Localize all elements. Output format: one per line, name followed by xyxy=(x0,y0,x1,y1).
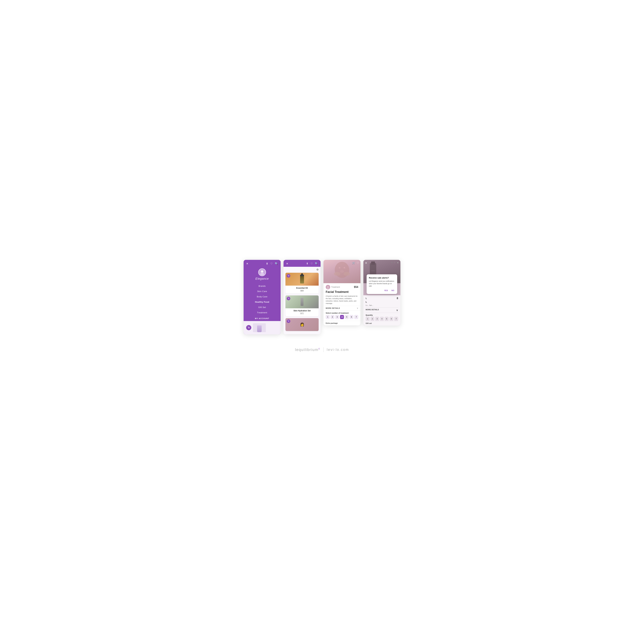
footer: lequilibrium© levi-lo.com xyxy=(295,347,349,352)
s4-qty-7[interactable]: 7 xyxy=(394,317,398,321)
category-badge: Treatment xyxy=(326,285,340,289)
product-list-body: ⚙ Essential Oil $68 xyxy=(284,267,321,334)
svg-rect-21 xyxy=(371,261,375,265)
qty-btn-1[interactable]: 1 xyxy=(326,315,330,319)
heart-icon[interactable]: ♡ xyxy=(270,262,273,265)
category-row: Treatment $54 xyxy=(323,283,360,290)
footer-url: levi-lo.com xyxy=(327,348,349,352)
product-image-face: 👩 xyxy=(285,318,319,331)
product-title: Facial Treatment xyxy=(323,290,360,295)
svg-point-18 xyxy=(327,286,329,287)
screen4-body: L 8 L Lo... han... MORE DETAILS ∨ Quanti… xyxy=(363,295,400,326)
product-image-hydration xyxy=(285,295,319,308)
extra-package-row[interactable]: Extra package xyxy=(323,321,360,325)
s4-qty-4[interactable]: 4 xyxy=(380,317,384,321)
product-name-oil: Essential Oil xyxy=(287,287,317,289)
nav-bodycare[interactable]: Body Care xyxy=(244,294,281,299)
screen3-product-detail: 🛒 ♡ Treatment $54 Facial Treatment A fac… xyxy=(323,260,360,325)
brand-logo: Elegance xyxy=(244,267,281,283)
heart-icon-s4[interactable]: ♡ xyxy=(394,261,396,264)
svg-point-4 xyxy=(249,328,249,328)
my-account-link[interactable]: MY ACCOUNT xyxy=(244,315,281,321)
screen4-more-label: MORE DETAILS xyxy=(366,309,379,312)
screen4-gift-row: Gift set xyxy=(366,321,398,326)
search-icon-s2[interactable]: 🔍 xyxy=(315,262,318,265)
svg-point-9 xyxy=(288,322,289,322)
close-icon[interactable]: ✕ xyxy=(246,262,248,265)
cart-badge-face[interactable] xyxy=(287,319,290,323)
s4-qty-3[interactable]: 3 xyxy=(375,317,379,321)
nav-treatment[interactable]: Treatment xyxy=(244,310,281,315)
qty-btn-6[interactable]: 6 xyxy=(350,315,354,319)
more-details-row[interactable]: MORE DETAILS ∨ xyxy=(323,306,360,310)
popup-no-button[interactable]: NO xyxy=(391,289,395,292)
screen4-price: 8 xyxy=(397,297,398,300)
avatar xyxy=(258,268,266,276)
nav-healthyfood[interactable]: Healthy Food xyxy=(244,299,281,305)
screen4-qty-selector: 1 2 3 4 5 6 7 xyxy=(366,317,398,321)
qty-btn-5[interactable]: 5 xyxy=(345,315,349,319)
svg-point-1 xyxy=(260,273,264,275)
screen4-more-details[interactable]: MORE DETAILS ∨ xyxy=(366,308,398,313)
chevron-s4: ∨ xyxy=(396,309,398,312)
screen1-header: ✕ ⬆ ♡ 🔍 xyxy=(244,260,281,267)
svg-point-5 xyxy=(288,276,289,277)
s4-qty-2[interactable]: 2 xyxy=(370,317,374,321)
product-hero-image: 🛒 ♡ xyxy=(323,260,360,283)
product-card-oil[interactable]: Essential Oil $68 xyxy=(285,273,319,294)
quantity-section-label: Select number of treatment xyxy=(323,310,360,315)
nav-giftset[interactable]: Gift Set xyxy=(244,305,281,310)
hero-icons: 🛒 ♡ xyxy=(352,261,359,265)
category-avatar xyxy=(326,285,330,289)
cart-icon-s3[interactable]: 🛒 xyxy=(352,261,355,265)
product-card-hydration[interactable]: Skin Hydration Set $72 xyxy=(285,295,319,316)
svg-point-14 xyxy=(340,270,344,273)
s4-qty-5[interactable]: 5 xyxy=(385,317,389,321)
screen4-notification: venice ■ ♡ ★ ✕ Receive sale alerts? Let … xyxy=(363,260,400,326)
main-nav: Brands Skin Care Body Care Healthy Food … xyxy=(244,283,281,315)
product-price-hydration: $72 xyxy=(287,312,317,315)
close-icon-s2[interactable]: ✕ xyxy=(286,262,288,265)
screen1-menu: ✕ ⬆ ♡ 🔍 Elegance Brands Skin Care Body C… xyxy=(244,260,281,334)
product-name-hydration: Skin Hydration Set xyxy=(287,310,317,312)
svg-point-3 xyxy=(248,328,249,328)
s4-qty-1[interactable]: 1 xyxy=(366,317,370,321)
product-info-oil: Essential Oil $68 xyxy=(285,286,319,294)
share-icon-s2[interactable]: ⬆ xyxy=(306,262,308,265)
close-icon-s4[interactable]: ✕ xyxy=(365,261,367,265)
product-info-hydration: Skin Hydration Set $72 xyxy=(285,308,319,316)
screen4-price-row: L 8 xyxy=(366,295,398,300)
share-icon[interactable]: ⬆ xyxy=(266,262,268,265)
qty-btn-4-active[interactable]: 4 xyxy=(340,315,344,319)
filter-icon[interactable]: ⚙ xyxy=(316,268,319,271)
screens-container: ✕ ⬆ ♡ 🔍 Elegance Brands Skin Care Body C… xyxy=(244,260,400,334)
nav-brands[interactable]: Brands xyxy=(244,283,281,289)
product-price-large: $54 xyxy=(354,286,358,289)
popup-body: Let Elegance send you notifications when… xyxy=(369,280,395,287)
popup-yes-button[interactable]: YES xyxy=(384,289,389,292)
heart-icon-s2[interactable]: ♡ xyxy=(311,262,313,265)
oil-bottle-image xyxy=(300,275,304,284)
qty-btn-3[interactable]: 3 xyxy=(335,315,339,319)
product-image-oil xyxy=(285,273,319,286)
cart-button[interactable] xyxy=(246,325,251,330)
product-price-oil: $68 xyxy=(287,290,317,292)
search-icon[interactable]: 🔍 xyxy=(275,262,278,265)
chevron-down-icon: ∨ xyxy=(357,307,358,309)
s4-qty-6[interactable]: 6 xyxy=(389,317,393,321)
qty-btn-7[interactable]: 7 xyxy=(354,315,358,319)
screen2-product-list: ✕ ⬆ ♡ 🔍 ⚙ Essential Oil xyxy=(284,260,321,334)
qty-btn-2[interactable]: 2 xyxy=(331,315,335,319)
cart-badge-hydration[interactable] xyxy=(287,297,290,300)
star-icon-s4: ★ xyxy=(397,261,399,264)
nav-skincare[interactable]: Skin Care xyxy=(244,289,281,294)
heart-icon-s3[interactable]: ♡ xyxy=(357,261,359,265)
product-name-partial: L xyxy=(366,297,367,299)
popup-title: Receive sale alerts? xyxy=(369,277,395,279)
screen4-product-name: L xyxy=(366,300,398,304)
cart-badge-oil[interactable] xyxy=(287,274,290,278)
svg-point-15 xyxy=(334,272,340,276)
notification-popup: Receive sale alerts? Let Elegance send y… xyxy=(367,274,397,294)
product-card-face[interactable]: 👩 xyxy=(285,318,319,331)
filter-row: ⚙ xyxy=(285,268,319,271)
